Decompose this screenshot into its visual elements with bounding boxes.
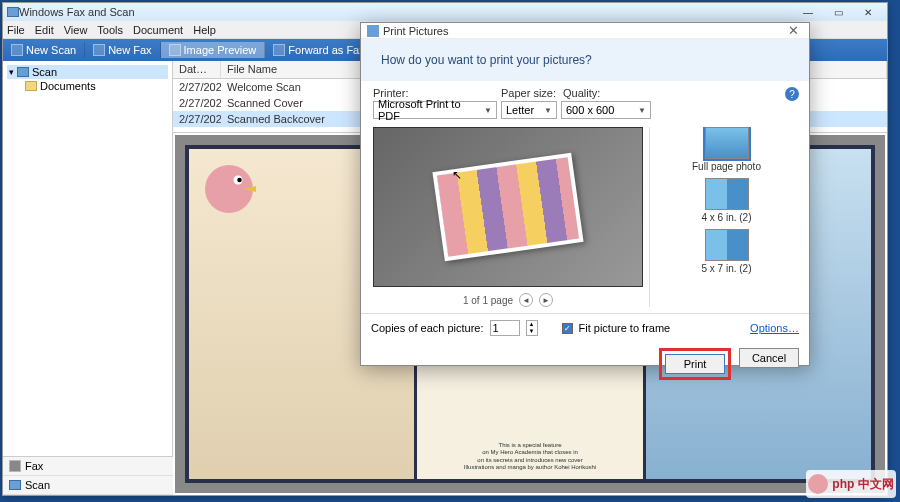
maximize-button[interactable]: ▭	[823, 4, 853, 20]
tree-bottom-tabs: Fax Scan	[3, 456, 173, 495]
label-paper: Paper size:	[501, 87, 563, 99]
thumb-image	[705, 229, 749, 261]
chevron-down-icon: ▼	[544, 106, 552, 115]
print-button[interactable]: Print	[665, 354, 725, 374]
fax-icon	[9, 460, 21, 472]
chevron-down-icon: ▼	[638, 106, 646, 115]
scan-icon	[9, 480, 21, 490]
thumb-image	[705, 178, 749, 210]
tree-documents[interactable]: Documents	[7, 79, 168, 93]
copies-input[interactable]	[490, 320, 520, 336]
next-page-button[interactable]: ►	[539, 293, 553, 307]
forward-fax-icon	[273, 44, 285, 56]
layout-5x7[interactable]: 5 x 7 in. (2)	[656, 229, 797, 274]
dialog-close-button[interactable]: ✕	[783, 23, 803, 38]
printer-combo[interactable]: Microsoft Print to PDF▼	[373, 101, 497, 119]
scan-folder-icon	[17, 67, 29, 77]
col-date[interactable]: Dat…	[173, 61, 221, 78]
minimize-button[interactable]: —	[793, 4, 823, 20]
preview-icon	[169, 44, 181, 56]
layout-4x6[interactable]: 4 x 6 in. (2)	[656, 178, 797, 223]
options-link[interactable]: Options…	[750, 322, 799, 334]
image-preview-button[interactable]: Image Preview	[161, 42, 266, 58]
forward-fax-button[interactable]: Forward as Fax	[265, 42, 373, 58]
preview-rotated-image	[432, 153, 583, 262]
new-fax-button[interactable]: New Fax	[85, 42, 160, 58]
new-scan-button[interactable]: New Scan	[3, 42, 85, 58]
app-icon	[7, 7, 19, 17]
help-icon[interactable]: ?	[785, 87, 799, 101]
folder-tree: ▾ Scan Documents Fax Scan	[3, 61, 173, 495]
label-quality: Quality:	[563, 87, 683, 99]
dialog-titlebar: Print Pictures ✕	[361, 23, 809, 39]
menu-edit[interactable]: Edit	[35, 24, 54, 36]
fit-label: Fit picture to frame	[579, 322, 671, 334]
collapse-icon[interactable]: ▾	[9, 67, 14, 77]
dialog-buttons: Print Cancel	[361, 342, 809, 390]
pager: 1 of 1 page ◄ ►	[373, 293, 643, 307]
menu-file[interactable]: File	[7, 24, 25, 36]
menu-document[interactable]: Document	[133, 24, 183, 36]
copies-label: Copies of each picture:	[371, 322, 484, 334]
paper-combo[interactable]: Letter▼	[501, 101, 557, 119]
tree-scan[interactable]: ▾ Scan	[7, 65, 168, 79]
fit-checkbox[interactable]: ✓	[562, 323, 573, 334]
layout-full-page[interactable]: Full page photo	[656, 127, 797, 172]
thumb-image	[705, 127, 749, 159]
menu-view[interactable]: View	[64, 24, 88, 36]
watermark: php 中文网	[806, 470, 896, 498]
folder-icon	[25, 81, 37, 91]
prev-page-button[interactable]: ◄	[519, 293, 533, 307]
print-icon	[367, 25, 379, 37]
dialog-banner: How do you want to print your pictures?	[361, 39, 809, 81]
pager-text: 1 of 1 page	[463, 295, 513, 306]
bottom-fax-tab[interactable]: Fax	[3, 457, 173, 476]
thumb-label: 5 x 7 in. (2)	[656, 263, 797, 274]
highlight-annotation: Print	[659, 348, 731, 380]
tree-scan-label: Scan	[32, 66, 57, 78]
fax-icon	[93, 44, 105, 56]
thumb-label: 4 x 6 in. (2)	[656, 212, 797, 223]
bottom-scan-tab[interactable]: Scan	[3, 476, 173, 495]
svg-point-2	[237, 178, 242, 183]
titlebar: Windows Fax and Scan — ▭ ✕	[3, 3, 887, 21]
app-title: Windows Fax and Scan	[19, 6, 135, 18]
quality-combo[interactable]: 600 x 600▼	[561, 101, 651, 119]
character-bird-icon	[199, 159, 259, 219]
menu-tools[interactable]: Tools	[97, 24, 123, 36]
close-button[interactable]: ✕	[853, 4, 883, 20]
watermark-logo-icon	[808, 474, 828, 494]
copies-spinner[interactable]: ▲▼	[526, 320, 538, 336]
dialog-title-text: Print Pictures	[383, 25, 448, 37]
chevron-down-icon: ▼	[484, 106, 492, 115]
dialog-footer: Copies of each picture: ▲▼ ✓ Fit picture…	[361, 313, 809, 342]
layout-thumbs: Full page photo 4 x 6 in. (2) 5 x 7 in. …	[649, 127, 797, 307]
print-pictures-dialog: Print Pictures ✕ How do you want to prin…	[360, 22, 810, 366]
thumb-label: Full page photo	[656, 161, 797, 172]
preview-page	[373, 127, 643, 287]
tree-documents-label: Documents	[40, 80, 96, 92]
cancel-button[interactable]: Cancel	[739, 348, 799, 368]
dialog-body: ? Printer: Paper size: Quality: Microsof…	[361, 81, 809, 313]
print-preview: 1 of 1 page ◄ ►	[373, 127, 643, 307]
scan-icon	[11, 44, 23, 56]
watermark-text: php 中文网	[832, 476, 893, 493]
menu-help[interactable]: Help	[193, 24, 216, 36]
